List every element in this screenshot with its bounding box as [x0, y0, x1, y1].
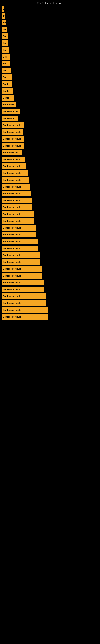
- bar-item: Bottleneck result: [2, 191, 31, 196]
- bar-row: Bottleneck result: [2, 259, 98, 265]
- bar-item: Bottleneck result: [2, 177, 29, 183]
- bar-label: Bo: [3, 35, 6, 38]
- bar-label: Bo: [3, 21, 6, 24]
- bar-label: Bo: [3, 14, 5, 17]
- bar-label: Bottleneck result: [3, 254, 21, 256]
- bar-label: Bottleneck result: [3, 131, 21, 133]
- bar-label: Bot: [3, 62, 6, 65]
- bar-label: Bottleneck result: [3, 199, 21, 202]
- bar-item: Bo: [2, 20, 6, 25]
- bar-row: Bottle: [2, 81, 98, 87]
- bar-row: B: [2, 6, 98, 12]
- bar-row: Bottleneck result: [2, 218, 98, 224]
- bar-label: Bottleneck resu: [3, 151, 19, 154]
- bar-row: Bottleneck resu: [2, 109, 98, 114]
- bar-row: Bottleneck result: [2, 246, 98, 251]
- bar-item: Bottleneck resu: [2, 150, 22, 155]
- bar-row: Bottleneck result: [2, 184, 98, 190]
- bar-label: Bo: [3, 28, 6, 30]
- bar-item: Bottleneck result: [2, 136, 24, 142]
- bar-label: Bot: [3, 56, 6, 58]
- bar-row: Bottleneck result: [2, 164, 98, 169]
- bar-label: Bottleneck result: [3, 192, 21, 195]
- bar-item: Bottleneck r: [2, 116, 18, 121]
- bar-row: Bot: [2, 47, 98, 53]
- bar-label: Bottleneck result: [3, 186, 21, 188]
- bar-row: Bo: [2, 20, 98, 25]
- bar-label: B: [3, 8, 4, 10]
- bar-item: Bo: [2, 26, 7, 32]
- bar-label: Bottleneck result: [3, 316, 21, 318]
- bar-row: Bott: [2, 68, 98, 73]
- bar-label: Bottle: [3, 83, 9, 85]
- bar-item: Bo: [2, 13, 5, 18]
- bar-row: Bottleneck result: [2, 225, 98, 231]
- bar-item: Bot: [2, 47, 9, 53]
- bar-row: Bottleneck result: [2, 239, 98, 244]
- site-title: TheBottlenecker.com: [0, 0, 100, 6]
- bar-label: Bot: [3, 42, 6, 44]
- bar-item: Bottleneck resu: [2, 109, 20, 114]
- bar-row: Bottleneck result: [2, 204, 98, 210]
- bar-label: Bottleneck result: [3, 165, 21, 168]
- bar-label: Bottleneck result: [3, 213, 21, 215]
- bar-row: Bottleneck result: [2, 143, 98, 148]
- bar-item: Bottleneck result: [2, 232, 36, 238]
- bar-label: Bottleneck result: [3, 274, 21, 277]
- bar-label: Bottleneck result: [3, 172, 21, 174]
- bar-row: Bottleneck result: [2, 294, 98, 299]
- bar-label: Bottleneck resu: [3, 110, 19, 113]
- bar-item: Bott: [2, 68, 11, 73]
- bar-item: Bottleneck result: [2, 314, 49, 320]
- bar-label: Bottleneck result: [3, 288, 21, 290]
- bar-row: Bottleneck result: [2, 300, 98, 306]
- bar-label: Bottleneck result: [3, 281, 21, 284]
- bar-item: Bott: [2, 74, 12, 80]
- bar-label: Bottleneck result: [3, 220, 21, 222]
- bar-row: Bottle: [2, 88, 98, 94]
- bar-label: Bottleneck result: [3, 138, 21, 140]
- bar-row: Bottleneck result: [2, 307, 98, 313]
- bar-row: Bott: [2, 74, 98, 80]
- bar-item: Bot: [2, 61, 10, 66]
- bar-row: Bottleneck result: [2, 177, 98, 183]
- bar-item: Bottleneck result: [2, 184, 30, 190]
- bar-row: Bottleneck result: [2, 198, 98, 203]
- bar-item: Bottleneck result: [2, 204, 32, 210]
- bar-item: Bottleneck result: [2, 280, 44, 285]
- bar-label: Bottleneck result: [3, 144, 21, 147]
- bar-item: Bottleneck result: [2, 218, 34, 224]
- bar-label: Bottle: [3, 90, 9, 92]
- bar-row: Bottleneck result: [2, 280, 98, 285]
- bar-label: Bottleneck result: [3, 179, 21, 181]
- bar-label: Bottleneck result: [3, 295, 21, 298]
- bar-row: Bottleneck result: [2, 170, 98, 176]
- bar-row: Bo: [2, 26, 98, 32]
- bar-row: Bottleneck result: [2, 252, 98, 258]
- bar-row: Bottleneck result: [2, 191, 98, 196]
- bar-row: Bottleneck result: [2, 273, 98, 278]
- bar-label: Bottleneck r: [3, 117, 16, 120]
- bar-item: Bottle: [2, 88, 13, 94]
- bar-row: Bottleneck result: [2, 156, 98, 162]
- bar-row: Bottleneck result: [2, 129, 98, 135]
- bar-item: Bottle: [2, 81, 12, 87]
- bar-row: Bottle: [2, 95, 98, 100]
- bar-item: Bottleneck result: [2, 170, 28, 176]
- bar-row: Bottleneck result: [2, 122, 98, 128]
- bar-item: Bottleneck result: [2, 198, 32, 203]
- bar-row: Bottleneck result: [2, 211, 98, 217]
- bar-item: Bottleneck: [2, 102, 16, 108]
- bar-item: Bottleneck result: [2, 225, 36, 231]
- bar-label: Bottleneck result: [3, 226, 21, 229]
- bar-item: Bottleneck result: [2, 252, 40, 258]
- bars-container: BBoBoBoBoBotBotBotBotBottBottBottleBottl…: [0, 6, 100, 321]
- bar-item: Bottleneck result: [2, 286, 44, 292]
- bar-row: Bottleneck result: [2, 136, 98, 142]
- bar-item: Bot: [2, 54, 10, 60]
- bar-label: Bottleneck result: [3, 309, 21, 311]
- bar-label: Bottleneck result: [3, 234, 21, 236]
- bar-item: Bottleneck result: [2, 156, 25, 162]
- bar-label: Bottleneck result: [3, 261, 21, 263]
- bar-item: Bottle: [2, 95, 14, 100]
